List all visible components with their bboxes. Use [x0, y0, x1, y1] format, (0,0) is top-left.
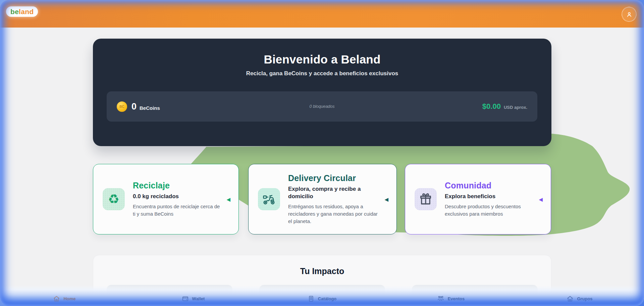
usd-caption: USD aprox.: [504, 105, 527, 110]
user-profile-button[interactable]: [622, 7, 637, 22]
nav-label-eventos: Eventos: [448, 296, 465, 301]
card-delivery-description: Entréganos tus residuos, apoya a recicla…: [288, 203, 378, 225]
welcome-hero-card: Bienvenido a Beland Recicla, gana BeCoin…: [93, 39, 551, 146]
card-reciclaje-title: Reciclaje: [133, 181, 220, 190]
card-reciclaje[interactable]: ♻ Reciclaje 0.0 kg reciclados Encuentra …: [93, 164, 239, 234]
gift-icon: [415, 188, 437, 210]
card-comunidad-description: Descubre productos y descuentos exclusiv…: [445, 203, 533, 218]
card-delivery-text: Delivery Circular Explora, compra y reci…: [288, 173, 387, 225]
card-delivery-subtitle: Explora, compra y recibe a domicilio: [288, 185, 378, 200]
bottom-nav: Home Wallet Catálogo: [0, 285, 644, 306]
usd-balance: $0.00 USD aprox.: [482, 102, 527, 111]
chevron-left-icon: ◀: [539, 197, 543, 202]
usd-value: $0.00: [482, 102, 501, 111]
scooter-icon: [258, 188, 280, 210]
card-reciclaje-subtitle: 0.0 kg reciclados: [133, 193, 220, 200]
events-icon: [437, 295, 444, 302]
nav-item-grupos[interactable]: Grupos: [515, 295, 644, 306]
card-delivery-circular[interactable]: Delivery Circular Explora, compra y reci…: [248, 164, 397, 234]
chevron-left-icon: ◀: [384, 197, 388, 202]
card-comunidad-title: Comunidad: [445, 181, 533, 190]
nav-item-wallet[interactable]: Wallet: [129, 295, 258, 306]
becoin-coin-icon: BC: [117, 101, 127, 112]
beland-app: beland Bienvenido a Beland Recicla, gana…: [0, 0, 644, 306]
nav-label-home: Home: [63, 296, 75, 301]
nav-item-eventos[interactable]: Eventos: [386, 295, 515, 306]
nav-label-grupos: Grupos: [577, 296, 592, 301]
recycle-icon: ♻: [103, 188, 125, 210]
card-comunidad-subtitle: Explora beneficios: [445, 193, 533, 200]
logo-text: beland: [10, 8, 34, 15]
becoins-amount: 0: [131, 101, 137, 112]
user-icon: [626, 11, 633, 18]
logo-land: land: [19, 8, 34, 15]
card-delivery-title: Delivery Circular: [288, 173, 378, 183]
wallet-icon: [182, 295, 189, 302]
hero-subtitle: Recicla, gana BeCoins y accede a benefic…: [93, 70, 551, 77]
nav-item-catalogo[interactable]: Catálogo: [258, 295, 386, 306]
blocked-coins-label: 0 bloqueados: [309, 104, 334, 109]
becoins-balance-bar: BC 0 BeCoins 0 bloqueados $0.00 USD apro…: [107, 91, 537, 122]
card-comunidad[interactable]: Comunidad Explora beneficios Descubre pr…: [405, 164, 551, 234]
catalog-icon: [308, 295, 315, 302]
nav-item-home[interactable]: Home: [0, 295, 129, 306]
card-reciclaje-description: Encuentra puntos de reciclaje cerca de t…: [133, 203, 220, 218]
impact-title: Tu Impacto: [93, 255, 551, 276]
card-reciclaje-text: Reciclaje 0.0 kg reciclados Encuentra pu…: [133, 181, 229, 218]
card-comunidad-text: Comunidad Explora beneficios Descubre pr…: [445, 181, 541, 218]
nav-label-wallet: Wallet: [192, 296, 205, 301]
chevron-left-icon: ◀: [226, 197, 230, 202]
nav-label-catalogo: Catálogo: [318, 296, 337, 301]
app-header: beland: [0, 0, 644, 28]
logo-be: be: [10, 8, 19, 15]
beland-logo[interactable]: beland: [6, 6, 38, 17]
home-icon: [53, 295, 60, 302]
recycle-glyph: ♻: [108, 193, 119, 206]
groups-icon: [567, 295, 574, 302]
becoins-unit-label: BeCoins: [140, 105, 160, 111]
hero-title: Bienvenido a Beland: [93, 39, 551, 66]
